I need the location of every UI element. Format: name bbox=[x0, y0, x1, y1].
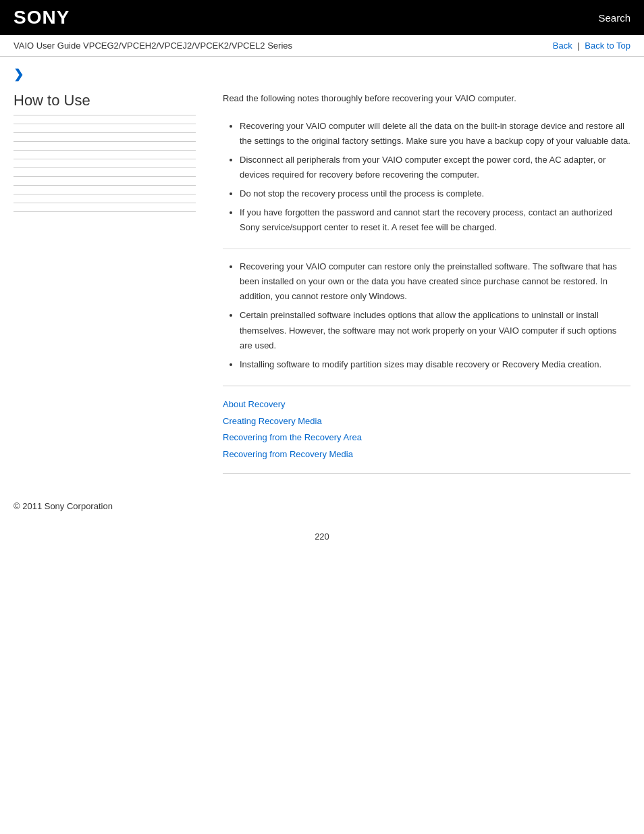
list-item: Disconnect all peripherals from your VAI… bbox=[240, 153, 630, 182]
main-content: How to Use Read the following notes thor… bbox=[0, 85, 644, 488]
list-item: Installing software to modify partition … bbox=[240, 357, 630, 372]
sidebar-sep-8 bbox=[14, 185, 196, 186]
sidebar-sep-10 bbox=[14, 203, 196, 203]
sidebar-sep-4 bbox=[14, 150, 196, 151]
section-divider bbox=[223, 249, 630, 249]
guide-title: VAIO User Guide VPCEG2/VPCEH2/VPCEJ2/VPC… bbox=[14, 41, 292, 51]
notes-section-1: Recovering your VAIO computer will delet… bbox=[223, 119, 630, 236]
list-item: Recovering your VAIO computer can restor… bbox=[240, 259, 630, 304]
page-number: 220 bbox=[0, 518, 644, 555]
sidebar-sep-6 bbox=[14, 167, 196, 168]
content-intro: Read the following notes thoroughly befo… bbox=[223, 92, 630, 105]
recovering-from-recovery-area-link[interactable]: Recovering from the Recovery Area bbox=[223, 429, 630, 446]
breadcrumb-arrow: ❯ bbox=[14, 68, 24, 81]
sidebar-sep-5 bbox=[14, 159, 196, 159]
copyright: © 2011 Sony Corporation bbox=[14, 501, 113, 511]
list-item: If you have forgotten the password and c… bbox=[240, 205, 630, 235]
sidebar-sep-7 bbox=[14, 176, 196, 177]
breadcrumb: ❯ bbox=[0, 57, 644, 85]
sony-logo: SONY bbox=[14, 7, 70, 28]
recovering-from-recovery-media-link[interactable]: Recovering from Recovery Media bbox=[223, 446, 630, 463]
list-item: Certain preinstalled software includes o… bbox=[240, 308, 630, 353]
nav-separator: | bbox=[577, 41, 582, 51]
sidebar-sep-3 bbox=[14, 141, 196, 142]
sidebar-sep-11 bbox=[14, 211, 196, 212]
about-recovery-link[interactable]: About Recovery bbox=[223, 396, 630, 413]
notes-section-2: Recovering your VAIO computer can restor… bbox=[223, 259, 630, 372]
notes-list-2: Recovering your VAIO computer can restor… bbox=[223, 259, 630, 372]
back-to-top-link[interactable]: Back to Top bbox=[585, 41, 630, 51]
content-area: Read the following notes thoroughly befo… bbox=[209, 92, 630, 474]
nav-bar: VAIO User Guide VPCEG2/VPCEH2/VPCEJ2/VPC… bbox=[0, 35, 644, 57]
nav-links: Back | Back to Top bbox=[553, 41, 630, 51]
back-link[interactable]: Back bbox=[553, 41, 572, 51]
sidebar-title[interactable]: How to Use bbox=[14, 92, 196, 115]
header: SONY Search bbox=[0, 0, 644, 35]
sidebar-sep-1 bbox=[14, 124, 196, 124]
search-button[interactable]: Search bbox=[598, 12, 630, 24]
page-footer: © 2011 Sony Corporation bbox=[0, 488, 644, 518]
sidebar: How to Use bbox=[14, 92, 209, 474]
list-item: Recovering your VAIO computer will delet… bbox=[240, 119, 630, 149]
notes-list-1: Recovering your VAIO computer will delet… bbox=[223, 119, 630, 236]
creating-recovery-media-link[interactable]: Creating Recovery Media bbox=[223, 413, 630, 430]
sidebar-sep-9 bbox=[14, 194, 196, 194]
sidebar-sep-2 bbox=[14, 132, 196, 133]
links-section: About Recovery Creating Recovery Media R… bbox=[223, 386, 630, 474]
list-item: Do not stop the recovery process until t… bbox=[240, 186, 630, 201]
